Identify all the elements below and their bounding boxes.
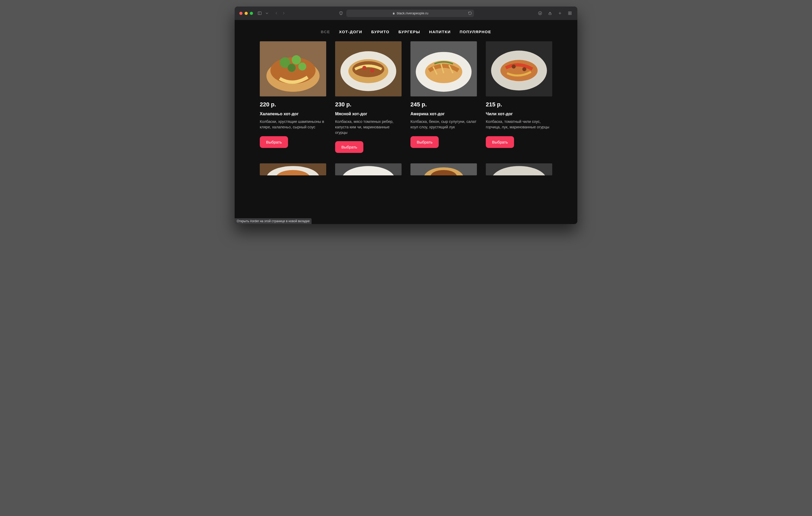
svg-point-25 [370, 68, 374, 72]
product-image[interactable] [260, 163, 326, 175]
svg-rect-11 [568, 13, 570, 14]
lock-icon [392, 12, 395, 15]
product-title: Америка хот-дог [410, 112, 477, 116]
product-price: 215 р. [486, 101, 552, 108]
svg-rect-9 [568, 12, 570, 13]
svg-rect-0 [258, 12, 261, 14]
svg-point-24 [362, 66, 366, 70]
product-price: 220 р. [260, 101, 326, 108]
product-card: 215 р. Чили хот-дог Колбаска, томатный ч… [486, 41, 552, 153]
product-card [260, 163, 326, 175]
category-tab-burrito[interactable]: БУРИТО [371, 30, 389, 34]
product-image[interactable] [260, 41, 326, 96]
product-card [486, 163, 552, 175]
product-title: Мясной хот-дог [335, 112, 402, 116]
choose-button[interactable]: Выбрать [335, 141, 364, 153]
privacy-shield-icon[interactable] [338, 10, 344, 16]
category-tab-burgers[interactable]: БУРГЕРЫ [399, 30, 420, 34]
choose-button[interactable]: Выбрать [486, 136, 514, 148]
product-image[interactable] [335, 163, 402, 175]
product-card [410, 163, 477, 175]
nav-arrows [273, 10, 286, 16]
category-nav: ВСЕ ХОТ-ДОГИ БУРИТО БУРГЕРЫ НАПИТКИ ПОПУ… [235, 20, 577, 41]
address-bar[interactable]: black.riverapeople.ru [346, 10, 474, 17]
choose-button[interactable]: Выбрать [260, 136, 288, 148]
window-close-button[interactable] [239, 12, 242, 15]
new-tab-icon[interactable] [557, 10, 563, 16]
product-price: 230 р. [335, 101, 402, 108]
tab-overview-icon[interactable] [567, 10, 573, 16]
share-icon[interactable] [547, 10, 553, 16]
svg-rect-3 [393, 13, 395, 14]
svg-point-17 [292, 55, 301, 65]
browser-window: black.riverapeople.ru ВСЕ ХОТ-ДОГИ БУРИТ… [235, 6, 577, 224]
product-price: 245 р. [410, 101, 477, 108]
product-description: Колбаска, мясо томленых ребер, капуста к… [335, 119, 402, 135]
svg-point-19 [298, 62, 306, 70]
svg-rect-12 [570, 13, 571, 14]
page-content: ВСЕ ХОТ-ДОГИ БУРИТО БУРГЕРЫ НАПИТКИ ПОПУ… [235, 20, 577, 224]
product-card [335, 163, 402, 175]
category-tab-drinks[interactable]: НАПИТКИ [429, 30, 451, 34]
product-image[interactable] [486, 163, 552, 175]
product-description: Колбаски, хрустящие шампиньоны в кляре, … [260, 119, 326, 130]
product-card: 245 р. Америка хот-дог Колбаска, бекон, … [410, 41, 477, 153]
svg-point-31 [500, 60, 538, 81]
sidebar-toggle-group [257, 10, 270, 16]
svg-point-33 [522, 67, 526, 71]
product-grid: 220 р. Халапеньо хот-дог Колбаски, хруст… [235, 41, 577, 186]
back-icon[interactable] [273, 10, 279, 16]
svg-rect-10 [570, 12, 571, 13]
product-title: Чили хот-дог [486, 112, 552, 116]
forward-icon[interactable] [281, 10, 286, 16]
product-image[interactable] [486, 41, 552, 96]
svg-point-18 [288, 64, 296, 72]
window-maximize-button[interactable] [250, 12, 253, 15]
category-tab-hotdogs[interactable]: ХОТ-ДОГИ [339, 30, 362, 34]
product-card: 220 р. Халапеньо хот-дог Колбаски, хруст… [260, 41, 326, 153]
category-tab-popular[interactable]: ПОПУЛЯРНОЕ [460, 30, 491, 34]
address-bar-wrap: black.riverapeople.ru [338, 10, 474, 17]
product-description: Колбаска, томатный чили соус, горчица, л… [486, 119, 552, 130]
downloads-icon[interactable] [537, 10, 543, 16]
choose-button[interactable]: Выбрать [410, 136, 439, 148]
toolbar-right [537, 10, 573, 16]
product-image[interactable] [335, 41, 402, 96]
product-image[interactable] [410, 41, 477, 96]
url-text: black.riverapeople.ru [397, 11, 429, 15]
window-minimize-button[interactable] [244, 12, 248, 15]
window-controls [239, 12, 253, 15]
chevron-down-icon[interactable] [264, 10, 270, 16]
svg-point-32 [512, 65, 516, 68]
reload-icon[interactable] [468, 11, 472, 15]
product-title: Халапеньо хот-дог [260, 112, 326, 116]
status-tooltip: Открыть #order на этой странице в новой … [235, 218, 312, 224]
browser-titlebar: black.riverapeople.ru [235, 6, 577, 20]
product-description: Колбаска, бекон, сыр сулугуни, салат коу… [410, 119, 477, 130]
product-card: 230 р. Мясной хот-дог Колбаска, мясо том… [335, 41, 402, 153]
product-image[interactable] [410, 163, 477, 175]
sidebar-icon[interactable] [257, 10, 262, 16]
category-tab-all[interactable]: ВСЕ [321, 30, 330, 34]
